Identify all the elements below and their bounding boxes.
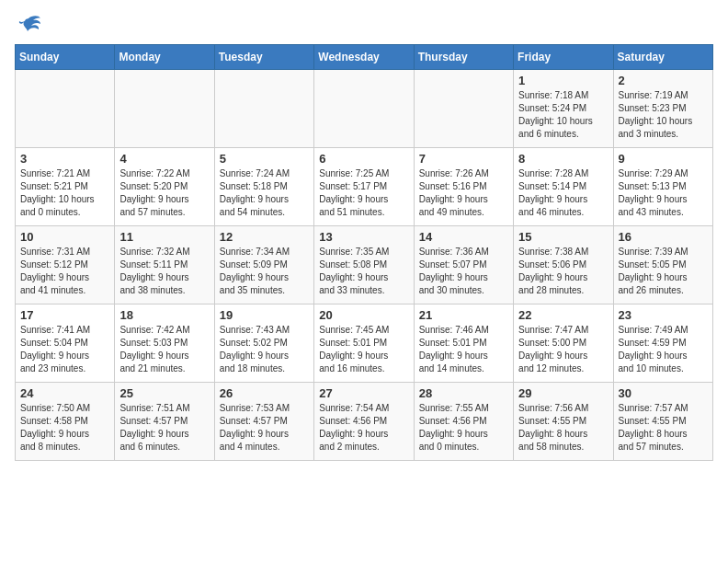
day-number: 21 (419, 308, 508, 322)
weekday-header: Monday (115, 45, 214, 70)
day-info: Sunrise: 7:18 AM Sunset: 5:24 PM Dayligh… (518, 89, 608, 141)
day-number: 24 (20, 386, 109, 400)
day-info: Sunrise: 7:46 AM Sunset: 5:01 PM Dayligh… (419, 324, 508, 375)
day-info: Sunrise: 7:45 AM Sunset: 5:01 PM Dayligh… (319, 324, 408, 375)
calendar-body: 1Sunrise: 7:18 AM Sunset: 5:24 PM Daylig… (16, 70, 713, 461)
day-number: 3 (20, 152, 109, 166)
day-info: Sunrise: 7:41 AM Sunset: 5:04 PM Dayligh… (20, 324, 109, 375)
day-number: 17 (20, 308, 109, 322)
calendar-cell: 5Sunrise: 7:24 AM Sunset: 5:18 PM Daylig… (214, 148, 313, 226)
calendar-cell: 27Sunrise: 7:54 AM Sunset: 4:56 PM Dayli… (314, 383, 414, 461)
day-number: 4 (119, 152, 209, 166)
logo-icon (15, 15, 42, 37)
day-number: 1 (518, 74, 608, 87)
weekday-header: Tuesday (214, 45, 313, 70)
day-number: 26 (220, 386, 309, 400)
day-info: Sunrise: 7:43 AM Sunset: 5:02 PM Dayligh… (220, 324, 309, 375)
calendar-cell: 2Sunrise: 7:19 AM Sunset: 5:23 PM Daylig… (613, 70, 712, 148)
day-info: Sunrise: 7:22 AM Sunset: 5:20 PM Dayligh… (119, 167, 209, 219)
day-info: Sunrise: 7:35 AM Sunset: 5:08 PM Dayligh… (319, 246, 408, 297)
day-number: 19 (220, 308, 309, 322)
day-info: Sunrise: 7:54 AM Sunset: 4:56 PM Dayligh… (319, 402, 408, 454)
day-info: Sunrise: 7:34 AM Sunset: 5:09 PM Dayligh… (220, 246, 309, 297)
calendar-cell: 29Sunrise: 7:56 AM Sunset: 4:55 PM Dayli… (514, 383, 613, 461)
day-info: Sunrise: 7:55 AM Sunset: 4:56 PM Dayligh… (419, 402, 508, 454)
logo (15, 15, 46, 37)
day-number: 28 (419, 386, 508, 400)
calendar-cell: 23Sunrise: 7:49 AM Sunset: 4:59 PM Dayli… (613, 304, 712, 383)
day-info: Sunrise: 7:51 AM Sunset: 4:57 PM Dayligh… (119, 402, 209, 454)
weekday-header: Friday (514, 45, 613, 70)
day-number: 30 (619, 386, 708, 400)
calendar-week-row: 17Sunrise: 7:41 AM Sunset: 5:04 PM Dayli… (16, 304, 713, 383)
calendar-week-row: 10Sunrise: 7:31 AM Sunset: 5:12 PM Dayli… (16, 226, 713, 304)
calendar-cell: 24Sunrise: 7:50 AM Sunset: 4:58 PM Dayli… (16, 383, 115, 461)
day-number: 22 (518, 308, 608, 322)
day-number: 8 (518, 152, 608, 166)
calendar-cell: 21Sunrise: 7:46 AM Sunset: 5:01 PM Dayli… (414, 304, 513, 383)
calendar-cell: 18Sunrise: 7:42 AM Sunset: 5:03 PM Dayli… (115, 304, 214, 383)
day-number: 18 (119, 308, 209, 322)
calendar-cell: 4Sunrise: 7:22 AM Sunset: 5:20 PM Daylig… (115, 148, 214, 226)
calendar-cell (16, 70, 115, 148)
calendar-cell: 30Sunrise: 7:57 AM Sunset: 4:55 PM Dayli… (613, 383, 712, 461)
calendar-header: SundayMondayTuesdayWednesdayThursdayFrid… (16, 45, 713, 70)
calendar-cell: 6Sunrise: 7:25 AM Sunset: 5:17 PM Daylig… (314, 148, 414, 226)
day-number: 6 (319, 152, 408, 166)
calendar-cell: 3Sunrise: 7:21 AM Sunset: 5:21 PM Daylig… (16, 148, 115, 226)
weekday-header: Saturday (613, 45, 712, 70)
calendar-cell: 10Sunrise: 7:31 AM Sunset: 5:12 PM Dayli… (16, 226, 115, 304)
day-number: 16 (619, 230, 708, 244)
day-number: 29 (518, 386, 608, 400)
calendar-cell: 19Sunrise: 7:43 AM Sunset: 5:02 PM Dayli… (214, 304, 313, 383)
weekday-header: Wednesday (314, 45, 414, 70)
calendar-table: SundayMondayTuesdayWednesdayThursdayFrid… (15, 44, 713, 461)
day-info: Sunrise: 7:49 AM Sunset: 4:59 PM Dayligh… (619, 324, 708, 375)
calendar-cell (115, 70, 214, 148)
day-info: Sunrise: 7:39 AM Sunset: 5:05 PM Dayligh… (619, 246, 708, 297)
calendar-cell: 20Sunrise: 7:45 AM Sunset: 5:01 PM Dayli… (314, 304, 414, 383)
day-number: 27 (319, 386, 408, 400)
calendar-cell: 25Sunrise: 7:51 AM Sunset: 4:57 PM Dayli… (115, 383, 214, 461)
calendar-cell (214, 70, 313, 148)
weekday-header: Sunday (16, 45, 115, 70)
day-info: Sunrise: 7:36 AM Sunset: 5:07 PM Dayligh… (419, 246, 508, 297)
day-number: 12 (220, 230, 309, 244)
day-number: 14 (419, 230, 508, 244)
day-info: Sunrise: 7:31 AM Sunset: 5:12 PM Dayligh… (20, 246, 109, 297)
day-info: Sunrise: 7:21 AM Sunset: 5:21 PM Dayligh… (20, 167, 109, 219)
day-number: 20 (319, 308, 408, 322)
calendar-cell: 16Sunrise: 7:39 AM Sunset: 5:05 PM Dayli… (613, 226, 712, 304)
day-info: Sunrise: 7:29 AM Sunset: 5:13 PM Dayligh… (619, 167, 708, 219)
day-info: Sunrise: 7:32 AM Sunset: 5:11 PM Dayligh… (119, 246, 209, 297)
calendar-cell: 28Sunrise: 7:55 AM Sunset: 4:56 PM Dayli… (414, 383, 513, 461)
calendar-cell: 22Sunrise: 7:47 AM Sunset: 5:00 PM Dayli… (514, 304, 613, 383)
calendar-cell: 1Sunrise: 7:18 AM Sunset: 5:24 PM Daylig… (514, 70, 613, 148)
calendar-cell (414, 70, 513, 148)
calendar-cell: 7Sunrise: 7:26 AM Sunset: 5:16 PM Daylig… (414, 148, 513, 226)
day-number: 23 (619, 308, 708, 322)
day-info: Sunrise: 7:56 AM Sunset: 4:55 PM Dayligh… (518, 402, 608, 454)
day-number: 11 (119, 230, 209, 244)
day-info: Sunrise: 7:53 AM Sunset: 4:57 PM Dayligh… (220, 402, 309, 454)
day-number: 5 (220, 152, 309, 166)
calendar-cell: 12Sunrise: 7:34 AM Sunset: 5:09 PM Dayli… (214, 226, 313, 304)
day-info: Sunrise: 7:47 AM Sunset: 5:00 PM Dayligh… (518, 324, 608, 375)
day-info: Sunrise: 7:19 AM Sunset: 5:23 PM Dayligh… (619, 89, 708, 141)
day-info: Sunrise: 7:25 AM Sunset: 5:17 PM Dayligh… (319, 167, 408, 219)
day-number: 10 (20, 230, 109, 244)
day-number: 13 (319, 230, 408, 244)
calendar-cell: 8Sunrise: 7:28 AM Sunset: 5:14 PM Daylig… (514, 148, 613, 226)
calendar-cell: 11Sunrise: 7:32 AM Sunset: 5:11 PM Dayli… (115, 226, 214, 304)
day-info: Sunrise: 7:57 AM Sunset: 4:55 PM Dayligh… (619, 402, 708, 454)
day-number: 7 (419, 152, 508, 166)
day-number: 2 (619, 74, 708, 87)
weekday-header: Thursday (414, 45, 513, 70)
day-number: 15 (518, 230, 608, 244)
calendar-cell: 26Sunrise: 7:53 AM Sunset: 4:57 PM Dayli… (214, 383, 313, 461)
day-number: 9 (619, 152, 708, 166)
calendar-cell: 13Sunrise: 7:35 AM Sunset: 5:08 PM Dayli… (314, 226, 414, 304)
calendar-week-row: 1Sunrise: 7:18 AM Sunset: 5:24 PM Daylig… (16, 70, 713, 148)
calendar-cell: 15Sunrise: 7:38 AM Sunset: 5:06 PM Dayli… (514, 226, 613, 304)
day-info: Sunrise: 7:28 AM Sunset: 5:14 PM Dayligh… (518, 167, 608, 219)
